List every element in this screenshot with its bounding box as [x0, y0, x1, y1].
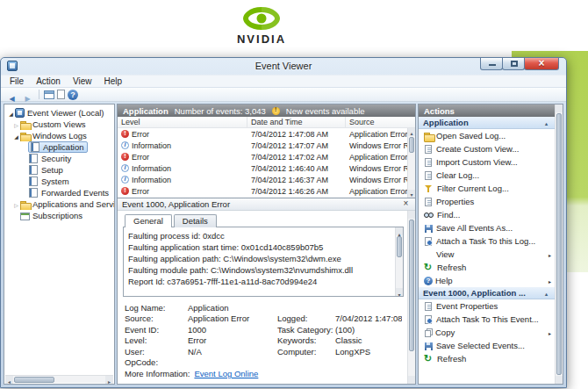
- collapsed-arrow-icon[interactable]: [12, 119, 20, 129]
- tree-item-subscriptions[interactable]: Subscriptions: [4, 210, 114, 221]
- event-row[interactable]: Information 7/04/2012 1:46:37 AM Windows…: [118, 174, 407, 185]
- action-label: Create Custom View...: [436, 144, 519, 154]
- tree-item-event-viewer-local[interactable]: Event Viewer (Local): [4, 107, 114, 119]
- actions-main: Actions Application Open Saved Log... Cr…: [419, 104, 555, 384]
- minimize-button[interactable]: [480, 58, 503, 70]
- collapse-icon[interactable]: [542, 288, 550, 298]
- action-label: Open Saved Log...: [436, 131, 506, 140]
- event-rows: Error 7/04/2012 1:47:08 AM Application E…: [118, 128, 415, 198]
- tree-label: Forwarded Events: [41, 188, 109, 198]
- scroll-down-icon[interactable]: [408, 376, 415, 384]
- tree-item-custom-views[interactable]: Custom Views: [4, 119, 114, 130]
- tree-item-apps-services-log[interactable]: Applications and Services Log: [4, 198, 114, 210]
- scrollbar-thumb[interactable]: [556, 113, 562, 375]
- field-value: Application: [188, 303, 277, 313]
- console-tree-icon[interactable]: [44, 90, 54, 99]
- close-button[interactable]: [524, 58, 559, 70]
- action-refresh[interactable]: Refresh: [419, 261, 555, 274]
- tab-general[interactable]: General: [125, 214, 172, 227]
- custom-view-icon: [425, 145, 432, 154]
- scroll-right-icon[interactable]: [105, 376, 113, 384]
- properties-toolbar-icon[interactable]: [57, 90, 65, 99]
- tree-item-security[interactable]: Security: [4, 153, 114, 164]
- event-log-online-link[interactable]: Event Log Online: [194, 369, 258, 378]
- error-icon: [121, 130, 129, 138]
- action-view[interactable]: View: [419, 248, 555, 261]
- preview-scrollbar[interactable]: [407, 211, 415, 384]
- tree-horizontal-scrollbar[interactable]: [5, 375, 113, 383]
- action-save-selected-events[interactable]: Save Selected Events...: [419, 339, 555, 352]
- event-row[interactable]: Information 7/04/2012 1:46:40 AM Windows…: [118, 162, 407, 174]
- column-level[interactable]: Level: [118, 117, 247, 127]
- scrollbar-thumb[interactable]: [397, 236, 402, 257]
- scrollbar-thumb[interactable]: [409, 220, 414, 351]
- tab-details[interactable]: Details: [174, 214, 217, 227]
- action-properties[interactable]: Properties: [419, 195, 555, 208]
- event-description-box[interactable]: Faulting process id: 0xdcc Faulting appl…: [123, 227, 404, 297]
- event-row[interactable]: Error 7/04/2012 1:47:08 AM Application E…: [118, 128, 407, 140]
- action-attach-task-to-event[interactable]: Attach Task To This Event...: [419, 313, 555, 326]
- actions-group-event-header[interactable]: Event 1000, Application ...: [419, 287, 555, 299]
- preview-tabs: General Details: [123, 214, 404, 227]
- tree-label: System: [41, 176, 69, 186]
- scroll-up-icon[interactable]: [396, 227, 403, 235]
- help-toolbar-icon[interactable]: [68, 90, 78, 100]
- event-row[interactable]: Information 7/04/2012 1:47:07 AM Windows…: [118, 140, 407, 151]
- field-label: Logged:: [277, 313, 335, 323]
- action-create-custom-view[interactable]: Create Custom View...: [419, 142, 555, 155]
- log-icon: [29, 165, 38, 175]
- scroll-left-icon[interactable]: [5, 376, 13, 384]
- event-row[interactable]: Error 7/04/2012 1:46:26 AM Application E…: [118, 185, 407, 197]
- scrollbar-thumb[interactable]: [14, 377, 54, 383]
- menu-help[interactable]: Help: [97, 76, 128, 86]
- tree-item-forwarded-events[interactable]: Forwarded Events: [4, 187, 114, 198]
- preview-body: General Details Faulting process id: 0xd…: [118, 211, 407, 384]
- tree-label: Windows Logs: [32, 131, 87, 140]
- scroll-up-icon[interactable]: [408, 128, 415, 136]
- scroll-up-icon[interactable]: [556, 104, 563, 112]
- event-row[interactable]: Error 7/04/2012 1:47:02 AM Application E…: [118, 151, 407, 162]
- column-source[interactable]: Source: [346, 117, 407, 127]
- action-import-custom-view[interactable]: Import Custom View...: [419, 155, 555, 169]
- description-scrollbar[interactable]: [395, 227, 403, 296]
- action-attach-task-to-log[interactable]: Attach a Task To this Log...: [419, 234, 555, 248]
- actions-group-application-header[interactable]: Application: [419, 117, 555, 129]
- tree-item-system[interactable]: System: [4, 176, 114, 187]
- event-list-scrollbar[interactable]: [407, 128, 415, 198]
- tree-item-windows-logs[interactable]: Windows Logs: [4, 130, 114, 141]
- level-text: Information: [132, 176, 171, 184]
- action-help[interactable]: Help: [419, 274, 555, 287]
- back-arrow-icon[interactable]: [5, 89, 18, 100]
- expanded-arrow-icon[interactable]: [7, 108, 15, 118]
- scroll-down-icon[interactable]: [408, 190, 415, 198]
- actions-scrollbar[interactable]: [555, 104, 563, 384]
- collapsed-arrow-icon[interactable]: [12, 199, 20, 209]
- submenu-arrow-icon: [544, 276, 551, 285]
- window-titlebar[interactable]: Event Viewer: [1, 58, 566, 75]
- field-label: Keywords:: [277, 335, 335, 345]
- scrollbar-thumb[interactable]: [409, 137, 414, 153]
- preview-close-icon[interactable]: [401, 199, 411, 209]
- tree-item-setup[interactable]: Setup: [4, 164, 114, 176]
- menu-file[interactable]: File: [4, 76, 30, 86]
- column-datetime[interactable]: Date and Time: [247, 117, 346, 127]
- action-find[interactable]: Find...: [419, 208, 555, 221]
- expanded-arrow-icon[interactable]: [12, 131, 20, 140]
- scroll-down-icon[interactable]: [396, 288, 403, 296]
- action-filter-current-log[interactable]: Filter Current Log...: [419, 182, 555, 195]
- action-save-all-events-as[interactable]: Save All Events As...: [419, 221, 555, 234]
- tree-item-application[interactable]: Application: [4, 141, 114, 153]
- action-clear-log[interactable]: Clear Log...: [419, 169, 555, 182]
- menu-view[interactable]: View: [67, 76, 98, 86]
- scroll-up-icon[interactable]: [408, 211, 415, 219]
- action-label: Clear Log...: [436, 170, 479, 180]
- action-open-saved-log[interactable]: Open Saved Log...: [419, 129, 555, 142]
- action-refresh-event[interactable]: Refresh: [419, 352, 555, 365]
- forward-arrow-icon[interactable]: [21, 89, 34, 100]
- scroll-down-icon[interactable]: [556, 376, 563, 384]
- menu-action[interactable]: Action: [30, 76, 67, 86]
- action-event-properties[interactable]: Event Properties: [419, 299, 555, 313]
- maximize-button[interactable]: [502, 58, 525, 70]
- collapse-icon[interactable]: [542, 118, 550, 127]
- action-copy[interactable]: Copy: [419, 326, 555, 339]
